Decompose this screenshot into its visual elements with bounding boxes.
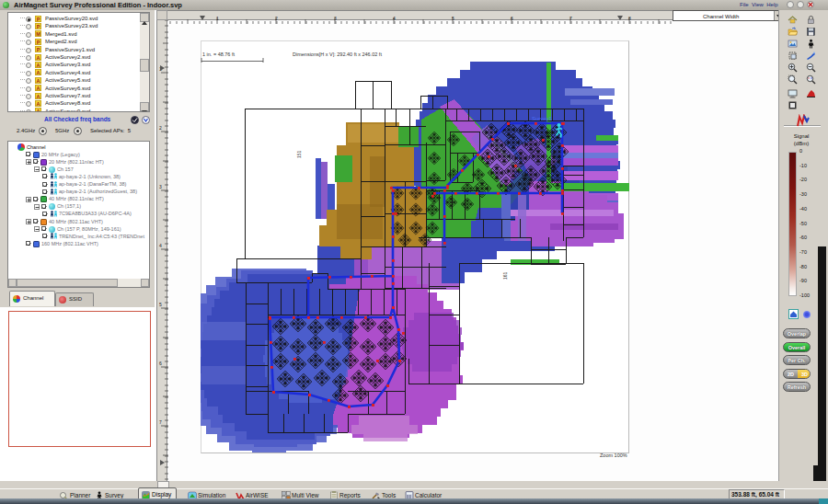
svg-text:5: 5 bbox=[452, 16, 454, 21]
svg-text:5: 5 bbox=[159, 302, 162, 307]
svg-text:4: 4 bbox=[393, 16, 396, 21]
svg-text:8: 8 bbox=[628, 16, 631, 21]
svg-text:161: 161 bbox=[502, 271, 508, 280]
svg-text:3: 3 bbox=[159, 184, 162, 189]
svg-text:2: 2 bbox=[275, 16, 278, 21]
svg-text:7: 7 bbox=[159, 419, 162, 425]
svg-text:4: 4 bbox=[159, 243, 162, 248]
svg-text:3: 3 bbox=[334, 16, 337, 21]
svg-text:6: 6 bbox=[159, 361, 162, 366]
svg-text:6: 6 bbox=[511, 16, 513, 21]
svg-text:151: 151 bbox=[296, 150, 302, 158]
svg-text:1: 1 bbox=[216, 16, 219, 21]
svg-text:Survey1: Survey1 bbox=[532, 116, 553, 121]
svg-text:7: 7 bbox=[569, 16, 572, 21]
svg-text:2: 2 bbox=[159, 125, 162, 131]
